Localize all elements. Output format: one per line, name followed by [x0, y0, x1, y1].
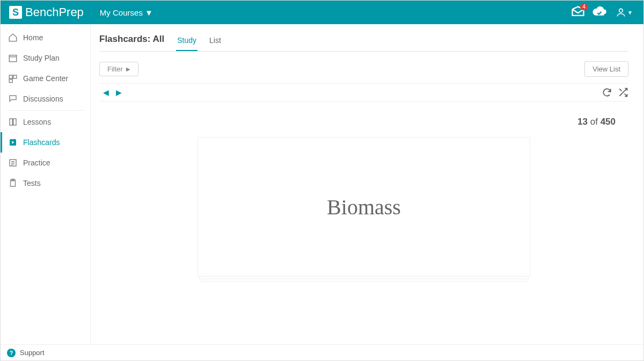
tab-study[interactable]: Study: [176, 33, 197, 51]
main-content: Flashcards: All Study List Filter ▶ View…: [91, 24, 643, 344]
chevron-right-icon: ▶: [126, 66, 130, 72]
card-counter: 13 of 450: [99, 117, 616, 127]
next-card-button[interactable]: ▶: [112, 86, 125, 99]
notification-badge: 4: [580, 4, 588, 10]
my-courses-dropdown[interactable]: My Courses ▼: [100, 8, 153, 17]
profile-menu[interactable]: ▼: [613, 5, 635, 20]
svg-rect-2: [9, 75, 12, 78]
sidebar: Home Study Plan Game Center Discussions …: [1, 24, 91, 344]
notifications-icon[interactable]: 4: [570, 5, 586, 20]
sidebar-item-label: Game Center: [23, 74, 68, 83]
view-list-button[interactable]: View List: [584, 61, 628, 77]
logo-icon: S: [9, 6, 22, 19]
svg-rect-4: [9, 80, 12, 83]
svg-point-0: [619, 9, 623, 12]
cloud-sync-icon[interactable]: [592, 5, 607, 20]
list-icon: [8, 158, 18, 168]
footer: ? Support: [1, 344, 643, 360]
sidebar-item-label: Tests: [23, 179, 41, 187]
flashcard[interactable]: Biomass: [197, 137, 530, 277]
prev-card-button[interactable]: ◀: [99, 86, 112, 99]
caret-down-icon: ▼: [627, 10, 633, 16]
chat-icon: [8, 94, 18, 104]
sidebar-item-label: Study Plan: [23, 54, 60, 62]
clipboard-icon: [8, 178, 18, 188]
book-icon: [8, 117, 18, 127]
brand-logo[interactable]: S BenchPrep: [9, 5, 84, 19]
top-bar: S BenchPrep My Courses ▼ 4 ▼: [1, 1, 643, 24]
my-courses-label: My Courses: [100, 8, 143, 17]
home-icon: [8, 33, 18, 42]
svg-rect-1: [9, 55, 17, 62]
brand-name: BenchPrep: [25, 5, 84, 19]
sidebar-item-study-plan[interactable]: Study Plan: [1, 48, 90, 68]
filter-label: Filter: [107, 65, 123, 73]
support-link[interactable]: Support: [20, 349, 45, 357]
sidebar-item-home[interactable]: Home: [1, 27, 90, 48]
caret-down-icon: ▼: [145, 8, 153, 17]
current-index: 13: [577, 117, 588, 127]
sidebar-item-discussions[interactable]: Discussions: [1, 89, 90, 109]
sidebar-item-label: Practice: [23, 158, 50, 167]
sidebar-item-label: Flashcards: [23, 138, 60, 147]
page-title: Flashcards: All: [99, 34, 164, 50]
tab-list[interactable]: List: [208, 33, 222, 51]
flashcard-icon: [8, 138, 18, 147]
sidebar-item-label: Lessons: [23, 118, 51, 126]
sidebar-item-tests[interactable]: Tests: [1, 173, 90, 193]
filter-button[interactable]: Filter ▶: [99, 62, 138, 76]
of-word: of: [590, 117, 598, 127]
help-icon[interactable]: ?: [7, 349, 16, 357]
game-icon: [8, 74, 18, 83]
reset-icon[interactable]: [602, 87, 612, 98]
sidebar-item-practice[interactable]: Practice: [1, 153, 90, 173]
total-count: 450: [601, 117, 616, 127]
svg-rect-3: [13, 75, 17, 78]
sidebar-item-lessons[interactable]: Lessons: [1, 112, 90, 132]
sidebar-item-label: Discussions: [23, 95, 63, 103]
calendar-icon: [8, 53, 18, 63]
shuffle-icon[interactable]: [618, 87, 628, 98]
sidebar-item-flashcards[interactable]: Flashcards: [1, 132, 90, 153]
sidebar-item-label: Home: [23, 33, 43, 42]
sidebar-item-game-center[interactable]: Game Center: [1, 68, 90, 89]
flashcard-front-text: Biomass: [327, 194, 401, 220]
